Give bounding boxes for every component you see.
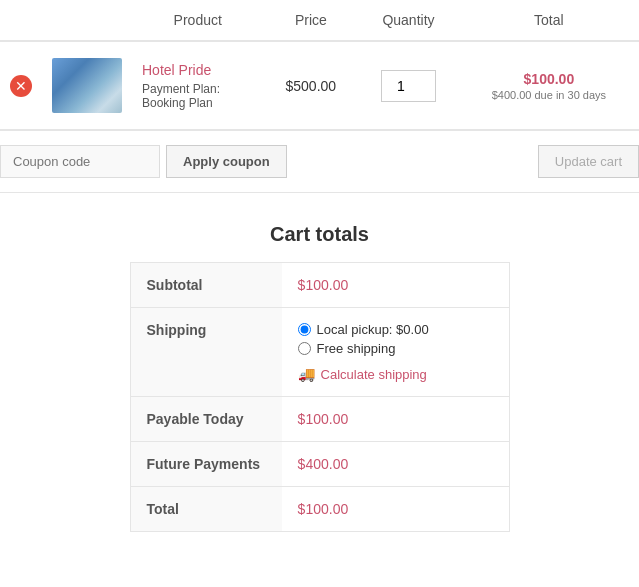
shipping-radio-free[interactable] [298,342,311,355]
coupon-left: Apply coupon [0,145,287,178]
total-value: $100.00 [282,487,509,532]
subtotal-row: Subtotal $100.00 [130,263,509,308]
shipping-option-free-label: Free shipping [317,341,396,356]
payable-today-value: $100.00 [282,397,509,442]
coupon-input[interactable] [0,145,160,178]
shipping-option-free: Free shipping [298,341,493,356]
shipping-option-local-label: Local pickup: $0.00 [317,322,429,337]
product-meta: Payment Plan: Booking Plan [142,82,253,110]
payable-today-row: Payable Today $100.00 [130,397,509,442]
col-header-price: Price [263,0,358,41]
product-price: $500.00 [286,78,337,94]
update-cart-button[interactable]: Update cart [538,145,639,178]
cart-totals-section: Cart totals Subtotal $100.00 Shipping Lo… [130,223,510,532]
future-payments-label: Future Payments [130,442,282,487]
table-row: ✕ Hotel Pride Payment Plan: Booking Plan… [0,41,639,130]
total-label: Total [130,487,282,532]
calculate-shipping-link[interactable]: 🚚 Calculate shipping [298,366,493,382]
truck-icon: 🚚 [298,366,315,382]
payable-today-label: Payable Today [130,397,282,442]
total-row: Total $100.00 [130,487,509,532]
remove-item-button[interactable]: ✕ [10,75,32,97]
col-header-quantity: Quantity [358,0,459,41]
cart-totals-title: Cart totals [130,223,510,246]
shipping-options: Local pickup: $0.00 Free shipping 🚚 Calc… [282,308,509,397]
shipping-option-local: Local pickup: $0.00 [298,322,493,337]
future-payments-value: $400.00 [282,442,509,487]
totals-table: Subtotal $100.00 Shipping Local pickup: … [130,262,510,532]
shipping-radio-local[interactable] [298,323,311,336]
calculate-shipping-label: Calculate shipping [321,367,427,382]
cart-table: Product Price Quantity Total ✕ Hotel Pri… [0,0,639,130]
subtotal-value: $100.00 [282,263,509,308]
quantity-input[interactable] [381,70,436,102]
future-payments-row: Future Payments $400.00 [130,442,509,487]
coupon-row: Apply coupon Update cart [0,130,639,193]
col-header-total: Total [459,0,639,41]
col-header-product: Product [132,0,263,41]
total-price: $100.00 [469,71,629,87]
product-thumbnail [52,58,122,113]
subtotal-label: Subtotal [130,263,282,308]
apply-coupon-button[interactable]: Apply coupon [166,145,287,178]
shipping-row: Shipping Local pickup: $0.00 Free shippi… [130,308,509,397]
due-note: $400.00 due in 30 days [469,89,629,101]
product-name-link[interactable]: Hotel Pride [142,62,211,78]
shipping-label: Shipping [130,308,282,397]
